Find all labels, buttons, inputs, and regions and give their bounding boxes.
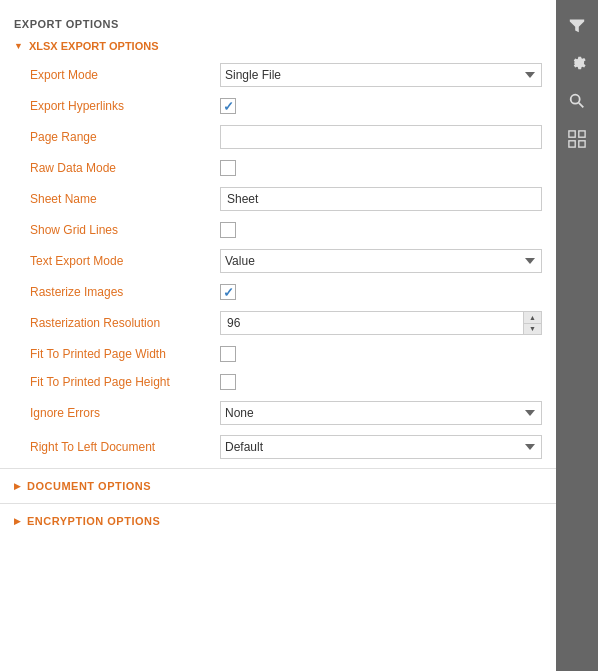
fit-to-printed-page-height-label: Fit To Printed Page Height xyxy=(30,375,220,389)
page-range-row: Page Range xyxy=(0,120,556,154)
sheet-name-label: Sheet Name xyxy=(30,192,220,206)
sheet-name-row: Sheet Name xyxy=(0,182,556,216)
export-options-label: EXPORT OPTIONS xyxy=(14,18,119,30)
show-grid-lines-control xyxy=(220,222,542,238)
ignore-errors-row: Ignore Errors None All xyxy=(0,396,556,430)
raw-data-mode-row: Raw Data Mode xyxy=(0,154,556,182)
svg-point-0 xyxy=(571,95,580,104)
export-mode-select[interactable]: Single File Multiple Files xyxy=(220,63,542,87)
raw-data-mode-checkbox[interactable] xyxy=(220,160,236,176)
xlsx-section-header[interactable]: ▼ XLSX EXPORT OPTIONS xyxy=(0,34,556,58)
text-export-mode-control: Value Text Both xyxy=(220,249,542,273)
export-options-header: EXPORT OPTIONS xyxy=(0,10,556,34)
rasterization-resolution-spinner: ▲ ▼ xyxy=(220,311,542,335)
right-to-left-document-control: Default Yes No xyxy=(220,435,542,459)
document-section-label: DOCUMENT OPTIONS xyxy=(27,480,151,492)
fit-to-printed-page-height-row: Fit To Printed Page Height xyxy=(0,368,556,396)
filter-button[interactable] xyxy=(560,8,594,42)
show-grid-lines-checkbox[interactable] xyxy=(220,222,236,238)
page-range-label: Page Range xyxy=(30,130,220,144)
fit-to-printed-page-width-row: Fit To Printed Page Width xyxy=(0,340,556,368)
settings-icon xyxy=(568,54,586,72)
right-to-left-document-select[interactable]: Default Yes No xyxy=(220,435,542,459)
divider-1 xyxy=(0,468,556,469)
xlsx-section-label: XLSX EXPORT OPTIONS xyxy=(29,40,159,52)
rasterization-resolution-input[interactable] xyxy=(221,312,523,334)
svg-rect-5 xyxy=(579,141,585,147)
spinner-down-button[interactable]: ▼ xyxy=(524,324,541,335)
export-hyperlinks-row: Export Hyperlinks xyxy=(0,92,556,120)
export-hyperlinks-checkbox[interactable] xyxy=(220,98,236,114)
search-button[interactable] xyxy=(560,84,594,118)
spinner-up-button[interactable]: ▲ xyxy=(524,312,541,324)
encryption-section-label: ENCRYPTION OPTIONS xyxy=(27,515,160,527)
sheet-name-control xyxy=(220,187,542,211)
network-icon xyxy=(568,130,586,148)
raw-data-mode-label: Raw Data Mode xyxy=(30,161,220,175)
fit-to-printed-page-width-checkbox[interactable] xyxy=(220,346,236,362)
sheet-name-input[interactable] xyxy=(220,187,542,211)
filter-icon xyxy=(568,16,586,34)
page-range-control xyxy=(220,125,542,149)
svg-rect-4 xyxy=(569,141,575,147)
settings-button[interactable] xyxy=(560,46,594,80)
svg-line-1 xyxy=(579,103,584,108)
ignore-errors-label: Ignore Errors xyxy=(30,406,220,420)
spinner-buttons: ▲ ▼ xyxy=(523,312,541,334)
rasterize-images-checkbox[interactable] xyxy=(220,284,236,300)
ignore-errors-control: None All xyxy=(220,401,542,425)
fit-to-printed-page-width-control xyxy=(220,346,542,362)
rasterize-images-row: Rasterize Images xyxy=(0,278,556,306)
xlsx-arrow-icon: ▼ xyxy=(14,41,23,51)
export-mode-control: Single File Multiple Files xyxy=(220,63,542,87)
main-panel: EXPORT OPTIONS ▼ XLSX EXPORT OPTIONS Exp… xyxy=(0,0,556,671)
show-grid-lines-row: Show Grid Lines xyxy=(0,216,556,244)
right-to-left-document-label: Right To Left Document xyxy=(30,440,220,454)
text-export-mode-row: Text Export Mode Value Text Both xyxy=(0,244,556,278)
document-arrow-icon: ▶ xyxy=(14,481,21,491)
rasterization-resolution-row: Rasterization Resolution ▲ ▼ xyxy=(0,306,556,340)
export-mode-row: Export Mode Single File Multiple Files xyxy=(0,58,556,92)
page-range-input[interactable] xyxy=(220,125,542,149)
right-to-left-document-row: Right To Left Document Default Yes No xyxy=(0,430,556,464)
svg-rect-2 xyxy=(569,131,575,137)
text-export-mode-label: Text Export Mode xyxy=(30,254,220,268)
rasterize-images-label: Rasterize Images xyxy=(30,285,220,299)
text-export-mode-select[interactable]: Value Text Both xyxy=(220,249,542,273)
rasterization-resolution-label: Rasterization Resolution xyxy=(30,316,220,330)
rasterize-images-control xyxy=(220,284,542,300)
divider-2 xyxy=(0,503,556,504)
export-mode-label: Export Mode xyxy=(30,68,220,82)
network-button[interactable] xyxy=(560,122,594,156)
fit-to-printed-page-height-checkbox[interactable] xyxy=(220,374,236,390)
ignore-errors-select[interactable]: None All xyxy=(220,401,542,425)
export-hyperlinks-control xyxy=(220,98,542,114)
rasterization-resolution-control: ▲ ▼ xyxy=(220,311,542,335)
document-section-header[interactable]: ▶ DOCUMENT OPTIONS xyxy=(0,473,556,499)
svg-rect-3 xyxy=(579,131,585,137)
search-icon xyxy=(568,92,586,110)
show-grid-lines-label: Show Grid Lines xyxy=(30,223,220,237)
fit-to-printed-page-width-label: Fit To Printed Page Width xyxy=(30,347,220,361)
raw-data-mode-control xyxy=(220,160,542,176)
fit-to-printed-page-height-control xyxy=(220,374,542,390)
encryption-arrow-icon: ▶ xyxy=(14,516,21,526)
export-hyperlinks-label: Export Hyperlinks xyxy=(30,99,220,113)
right-sidebar xyxy=(556,0,598,671)
encryption-section-header[interactable]: ▶ ENCRYPTION OPTIONS xyxy=(0,508,556,534)
